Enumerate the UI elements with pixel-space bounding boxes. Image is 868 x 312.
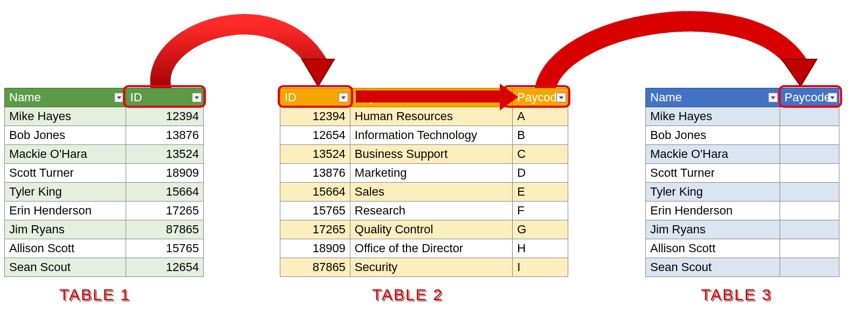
cell-paycode [780, 258, 839, 277]
table-1: Name ID Mike Hayes12394Bob Jones13876Mac… [4, 88, 204, 277]
table-row: Tyler King15664 [5, 183, 204, 202]
table1-header-name[interactable]: Name [5, 88, 126, 107]
cell-name: Sean Scout [646, 258, 780, 277]
table-row: 18909Office of the DirectorH [280, 239, 568, 258]
filter-dropdown-icon[interactable] [828, 93, 837, 102]
cell-paycode: E [513, 183, 568, 202]
cell-paycode: B [513, 126, 568, 145]
cell-id: 13876 [280, 164, 350, 183]
table2-header-id[interactable]: ID [280, 88, 350, 107]
cell-name: Mackie O'Hara [5, 145, 126, 164]
cell-paycode: G [513, 220, 568, 239]
cell-id: 15664 [280, 183, 350, 202]
filter-dropdown-icon[interactable] [339, 93, 348, 102]
cell-dept: Sales [350, 183, 513, 202]
cell-paycode: C [513, 145, 568, 164]
table-row: Mackie O'Hara [646, 145, 839, 164]
table-3: Name Paycode Mike HayesBob JonesMackie O… [645, 88, 839, 277]
caption-table3: TABLE 3 [701, 286, 772, 304]
table1-header-id[interactable]: ID [126, 88, 203, 107]
cell-name: Mike Hayes [5, 107, 126, 126]
table-row: Mike Hayes [646, 107, 839, 126]
header-label: Name [9, 91, 41, 104]
table-row: 12394Human ResourcesA [280, 107, 568, 126]
cell-paycode [780, 164, 839, 183]
cell-dept: Research [350, 202, 513, 220]
cell-name: Bob Jones [5, 126, 126, 145]
filter-dropdown-icon[interactable] [556, 93, 566, 102]
cell-paycode: F [513, 202, 568, 220]
cell-paycode: A [513, 107, 568, 126]
cell-dept: Marketing [350, 164, 513, 183]
cell-id: 12394 [126, 107, 203, 126]
cell-name: Mike Hayes [646, 107, 780, 126]
table2-header-paycode[interactable]: Paycode [513, 88, 568, 107]
cell-name: Allison Scott [5, 239, 126, 258]
cell-id: 17265 [126, 202, 203, 220]
table-row: 87865SecurityI [280, 258, 568, 277]
cell-name: Jim Ryans [646, 220, 780, 239]
caption-table1: TABLE 1 [59, 286, 130, 304]
cell-name: Jim Ryans [5, 220, 126, 239]
table-row: Allison Scott15765 [5, 239, 204, 258]
table-row: Erin Henderson [646, 202, 839, 220]
arrow-table1-to-table2 [113, 0, 345, 94]
table-row: Jim Ryans [646, 220, 839, 239]
table-row: Tyler King [646, 183, 839, 202]
cell-id: 12394 [280, 107, 350, 126]
svg-marker-2 [117, 96, 121, 99]
table-row: Bob Jones13876 [5, 126, 204, 145]
svg-marker-6 [559, 96, 563, 99]
table3-header-paycode[interactable]: Paycode [780, 88, 839, 107]
cell-name: Scott Turner [5, 164, 126, 183]
caption-table2: TABLE 2 [372, 286, 443, 304]
cell-paycode: D [513, 164, 568, 183]
table-row: Allison Scott [646, 239, 839, 258]
table-row: Sean Scout [646, 258, 839, 277]
svg-marker-1 [782, 59, 817, 86]
table-row: Jim Ryans87865 [5, 220, 204, 239]
header-label: ID [285, 91, 297, 104]
header-label: Paycode [784, 91, 831, 104]
cell-name: Erin Henderson [646, 202, 780, 220]
filter-dropdown-icon[interactable] [114, 93, 124, 102]
table-row: 13524Business SupportC [280, 145, 568, 164]
cell-id: 12654 [280, 126, 350, 145]
cell-id: 13524 [126, 145, 203, 164]
cell-name: Erin Henderson [5, 202, 126, 220]
cell-id: 17265 [280, 220, 350, 239]
header-label: Name [650, 91, 682, 104]
filter-dropdown-icon[interactable] [192, 93, 202, 102]
cell-name: Bob Jones [646, 126, 780, 145]
cell-dept: Information Technology [350, 126, 513, 145]
cell-name: Mackie O'Hara [646, 145, 780, 164]
cell-id: 18909 [280, 239, 350, 258]
cell-dept: Office of the Director [350, 239, 513, 258]
cell-paycode: I [513, 258, 568, 277]
cell-dept: Human Resources [350, 107, 513, 126]
cell-dept: Business Support [350, 145, 513, 164]
table-row: 13876MarketingD [280, 164, 568, 183]
svg-marker-4 [341, 96, 346, 99]
header-label: ID [130, 91, 142, 104]
arrow-table2-to-table3 [512, 0, 825, 94]
cell-id: 18909 [126, 164, 203, 183]
cell-paycode [780, 220, 839, 239]
arrow-id-to-paycode [356, 91, 502, 102]
table3-header-name[interactable]: Name [646, 88, 780, 107]
cell-paycode: H [513, 239, 568, 258]
cell-name: Sean Scout [5, 258, 126, 277]
cell-id: 13876 [126, 126, 203, 145]
cell-dept: Quality Control [350, 220, 513, 239]
table-2: ID Department Paycode 12394Human Resourc… [280, 88, 568, 277]
table-row: Bob Jones [646, 126, 839, 145]
cell-name: Tyler King [5, 183, 126, 202]
table-row: 12654Information TechnologyB [280, 126, 568, 145]
cell-paycode [780, 239, 839, 258]
filter-dropdown-icon[interactable] [768, 93, 778, 102]
table-row: Mackie O'Hara13524 [5, 145, 204, 164]
cell-name: Tyler King [646, 183, 780, 202]
table-row: Scott Turner18909 [5, 164, 204, 183]
table-row: Erin Henderson17265 [5, 202, 204, 220]
cell-id: 15664 [126, 183, 203, 202]
